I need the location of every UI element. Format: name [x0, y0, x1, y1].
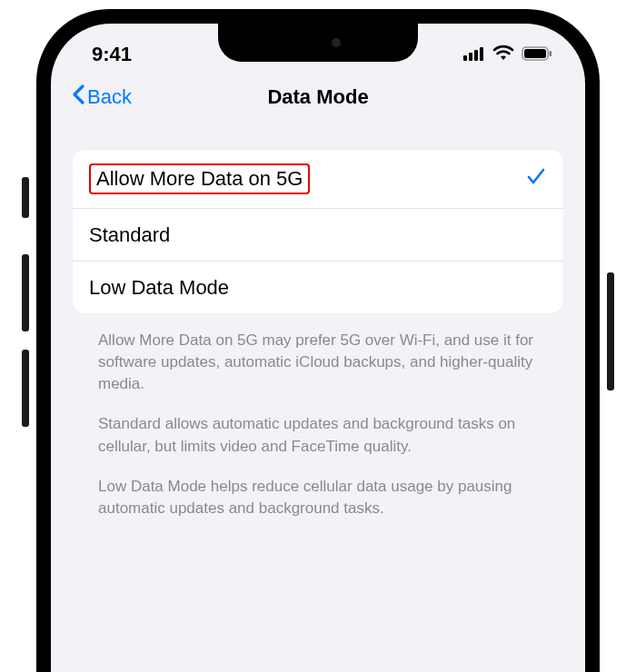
option-label: Low Data Mode [89, 276, 229, 300]
option-allow-more-5g[interactable]: Allow More Data on 5G [73, 150, 563, 208]
svg-rect-0 [463, 55, 467, 61]
svg-rect-3 [480, 47, 483, 61]
svg-rect-5 [524, 49, 546, 58]
footer-text: Allow More Data on 5G may prefer 5G over… [73, 313, 563, 519]
camera-icon [332, 38, 341, 47]
back-button[interactable]: Back [71, 84, 132, 111]
device-power-button [607, 272, 614, 390]
page-title: Data Mode [267, 85, 368, 109]
screen: 9:41 [51, 24, 585, 672]
footer-p3: Low Data Mode helps reduce cellular data… [98, 476, 538, 519]
options-group: Allow More Data on 5G Standard Low Data … [73, 150, 563, 313]
device-frame: 9:41 [36, 9, 600, 672]
option-low-data[interactable]: Low Data Mode [73, 261, 563, 313]
option-label: Allow More Data on 5G [89, 163, 310, 194]
device-volume-up [22, 254, 29, 331]
status-time: 9:41 [92, 43, 132, 66]
chevron-left-icon [71, 84, 85, 111]
svg-rect-6 [550, 51, 552, 56]
nav-bar: Back Data Mode [51, 74, 585, 121]
cellular-icon [463, 43, 485, 66]
device-volume-down [22, 350, 29, 427]
wifi-icon [492, 43, 514, 66]
svg-rect-2 [474, 50, 478, 61]
checkmark-icon [525, 165, 547, 193]
device-notch [218, 24, 418, 62]
option-label: Standard [89, 223, 170, 247]
back-label: Back [87, 85, 132, 109]
footer-p1: Allow More Data on 5G may prefer 5G over… [98, 330, 538, 395]
footer-p2: Standard allows automatic updates and ba… [98, 413, 538, 457]
device-silence-switch [22, 177, 29, 218]
option-standard[interactable]: Standard [73, 208, 563, 261]
svg-rect-1 [469, 53, 472, 61]
battery-icon [522, 43, 552, 66]
